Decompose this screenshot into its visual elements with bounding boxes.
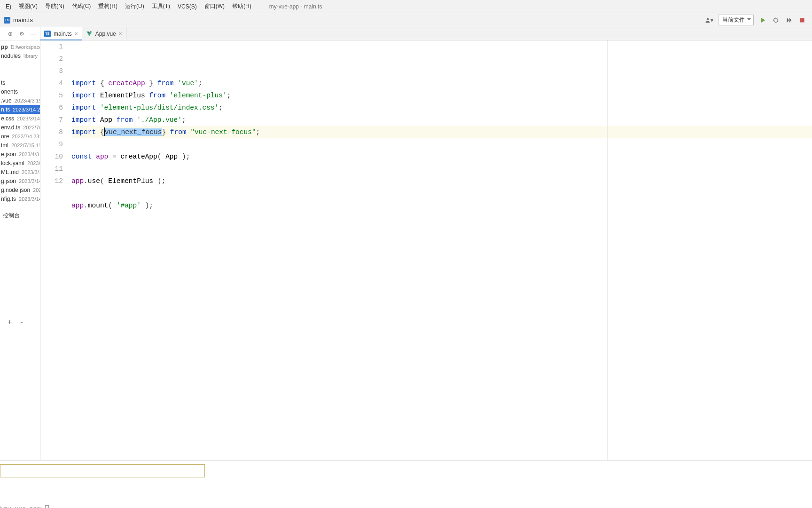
tab-app-vue[interactable]: App.vue × — [82, 27, 126, 40]
stop-button[interactable] — [798, 16, 806, 24]
tree-file[interactable]: ts — [0, 78, 40, 87]
tree-file[interactable]: e.json2023/4/3 — [0, 150, 40, 159]
tree-file[interactable]: e.css2023/3/14 2 — [0, 114, 40, 123]
tree-file[interactable]: n.ts2023/3/14 22 — [0, 105, 40, 114]
window-title: my-vue-app - main.ts — [269, 3, 322, 10]
menu-vcs[interactable]: VCS(S) — [174, 1, 201, 12]
add-icon[interactable]: + — [8, 318, 12, 458]
editor-tabs: TS main.ts × App.vue × — [40, 27, 812, 40]
menu-run[interactable]: 运行(U) — [121, 0, 148, 12]
menu-refactor[interactable]: 重构(R) — [94, 0, 121, 12]
user-icon[interactable]: ▾ — [705, 16, 713, 24]
open-file-name[interactable]: main.ts — [13, 16, 33, 24]
tree-file[interactable]: tml2022/7/15 11 — [0, 141, 40, 150]
tree-file[interactable]: g.node.json202 — [0, 185, 40, 194]
code-content[interactable]: import { createApp } from 'vue';import E… — [71, 40, 812, 460]
settings-icon[interactable]: ⚙ — [19, 31, 26, 37]
tree-file[interactable]: ME.md2023/3/14 — [0, 167, 40, 176]
ts-file-icon: TS — [4, 17, 10, 24]
menu-window[interactable]: 窗口(W) — [201, 0, 228, 12]
menu-navigate[interactable]: 导航(N) — [41, 0, 68, 12]
line-gutter: 123456789101112 — [40, 40, 71, 460]
run-button[interactable] — [758, 16, 767, 24]
tab-label: main.ts — [54, 31, 72, 37]
close-tab-icon[interactable]: × — [75, 31, 78, 37]
menu-bar: E) 视图(V) 导航(N) 代码(C) 重构(R) 运行(U) 工具(T) V… — [0, 0, 812, 13]
svg-rect-5 — [800, 18, 804, 22]
project-tree[interactable]: pp D:\workspace nodules library tsonents… — [0, 40, 40, 205]
close-tab-icon[interactable]: × — [119, 31, 122, 37]
debug-button[interactable] — [772, 16, 780, 24]
tree-file[interactable]: onents — [0, 87, 40, 96]
editor-area: TS main.ts × App.vue × 123456789101112 i… — [40, 27, 812, 460]
svg-point-0 — [707, 18, 709, 20]
tab-main-ts[interactable]: TS main.ts × — [40, 27, 82, 40]
chevron-down-icon[interactable]: ⌄ — [19, 318, 24, 458]
tree-file[interactable]: env.d.ts2022/7/ — [0, 123, 40, 132]
menu-code[interactable]: 代码(C) — [68, 0, 95, 12]
run-with-coverage-button[interactable] — [785, 16, 793, 24]
vue-icon — [86, 31, 93, 37]
run-config-dropdown[interactable]: 当前文件 — [718, 15, 754, 25]
tab-label: App.vue — [95, 31, 116, 37]
sidebar-toolbar: ⊕ ⚙ — — [0, 27, 40, 40]
code-editor[interactable]: 123456789101112 import { createApp } fro… — [40, 40, 812, 460]
console-label[interactable]: 控制台 — [3, 212, 20, 214]
right-margin-line — [607, 40, 608, 460]
terminal-cursor — [45, 505, 49, 508]
terminal-prompt[interactable]: \my-vue-app> — [0, 505, 49, 508]
tree-file[interactable]: lock.yaml2023/3/14 — [0, 159, 40, 167]
project-sidebar[interactable]: ⊕ ⚙ — pp D:\workspace nodules library ts… — [0, 27, 40, 460]
tree-node-modules[interactable]: nodules library — [0, 51, 40, 60]
project-root[interactable]: pp D:\workspace — [0, 42, 40, 51]
navigation-row: TS main.ts ▾ 当前文件 — [0, 13, 812, 27]
terminal-panel[interactable]: \my-vue-app> — [0, 460, 812, 508]
menu-edit-partial[interactable]: E) — [2, 1, 15, 12]
ts-icon: TS — [44, 31, 51, 37]
menu-tools[interactable]: 工具(T) — [148, 0, 174, 12]
tree-file[interactable]: nfig.ts2023/3/14 — [0, 194, 40, 203]
menu-view[interactable]: 视图(V) — [15, 0, 41, 12]
collapse-icon[interactable]: — — [31, 31, 37, 37]
select-opened-icon[interactable]: ⊕ — [8, 31, 15, 37]
tree-file[interactable]: ore2022/7/4 23:0 — [0, 132, 40, 141]
tree-file[interactable]: g.json2023/3/14 — [0, 176, 40, 185]
menu-help[interactable]: 帮助(H) — [228, 0, 255, 12]
terminal-highlight-box — [0, 464, 205, 477]
tree-file[interactable]: .vue2023/4/3 19 — [0, 96, 40, 105]
